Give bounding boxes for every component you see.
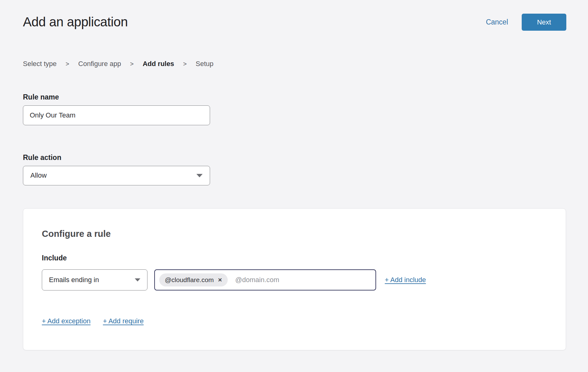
rule-action-label: Rule action	[23, 153, 566, 162]
include-selector-value: Emails ending in	[49, 276, 99, 284]
next-button[interactable]: Next	[522, 14, 566, 31]
breadcrumb: Select type > Configure app > Add rules …	[23, 60, 566, 68]
add-require-link[interactable]: + Add require	[103, 317, 143, 325]
breadcrumb-step-add-rules[interactable]: Add rules	[143, 60, 174, 68]
email-domain-chip: @cloudflare.com ✕	[159, 273, 228, 286]
chevron-down-icon	[135, 278, 140, 281]
breadcrumb-separator: >	[66, 60, 69, 68]
rule-action-select[interactable]: Allow	[23, 166, 210, 185]
domain-entry-input[interactable]	[235, 276, 371, 284]
configure-rule-card: Configure a rule Include Emails ending i…	[23, 208, 566, 351]
chevron-down-icon	[196, 174, 203, 177]
breadcrumb-separator: >	[183, 60, 187, 68]
rule-footer-links: + Add exception + Add require	[42, 317, 547, 325]
card-heading: Configure a rule	[42, 229, 547, 239]
include-value-tag-input[interactable]: @cloudflare.com ✕	[154, 269, 376, 290]
include-rule-row: Emails ending in @cloudflare.com ✕ + Add…	[42, 269, 547, 290]
header-actions: Cancel Next	[486, 14, 566, 31]
add-application-page: Add an application Cancel Next Select ty…	[0, 0, 588, 350]
rule-name-input[interactable]	[23, 105, 210, 125]
page-header: Add an application Cancel Next	[23, 0, 566, 31]
add-exception-link[interactable]: + Add exception	[42, 317, 90, 325]
chip-label: @cloudflare.com	[165, 276, 214, 284]
include-selector-dropdown[interactable]: Emails ending in	[42, 269, 147, 290]
rule-action-selected-value: Allow	[30, 171, 47, 179]
breadcrumb-separator: >	[130, 60, 134, 68]
include-label: Include	[42, 254, 547, 263]
breadcrumb-step-setup[interactable]: Setup	[196, 60, 214, 68]
page-title: Add an application	[23, 14, 128, 30]
breadcrumb-step-select-type[interactable]: Select type	[23, 60, 57, 68]
add-include-link[interactable]: + Add include	[385, 276, 426, 284]
cancel-button[interactable]: Cancel	[486, 18, 508, 26]
chip-remove-icon[interactable]: ✕	[218, 277, 222, 283]
breadcrumb-step-configure-app[interactable]: Configure app	[78, 60, 121, 68]
rule-name-label: Rule name	[23, 93, 566, 102]
